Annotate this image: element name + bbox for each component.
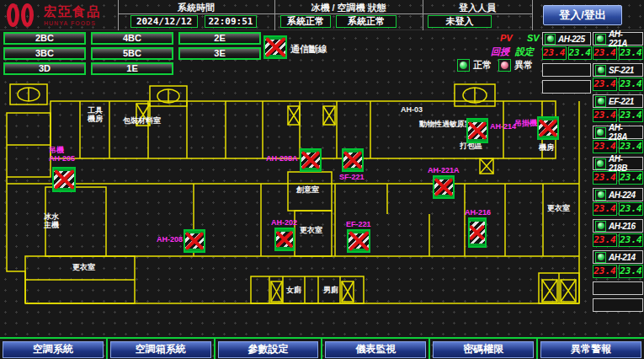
system-date-value: 2024/12/12 bbox=[130, 15, 198, 28]
ahu-comm-loss-icon-SF-221[interactable] bbox=[342, 148, 364, 172]
nav-button-0[interactable]: 空調系統 bbox=[3, 341, 104, 358]
unit-pv-value: 23.4 bbox=[593, 265, 617, 278]
nav-cell: 密碼權限 bbox=[430, 339, 538, 359]
company-logo: 宏亞食品 HUNYA FOODS bbox=[5, 3, 101, 28]
unit-status-lamp-icon bbox=[595, 221, 606, 232]
bottom-nav: 空調系統空調箱系統參數設定儀表監視密碼權限異常警報 bbox=[0, 337, 644, 359]
unit-pv-value: 23.4 bbox=[593, 171, 617, 185]
nav-cell: 異常警報 bbox=[538, 339, 644, 359]
empty-unit-slot bbox=[593, 281, 643, 295]
unit-name-button[interactable]: AH-218B bbox=[593, 157, 643, 170]
unit-status-lamp-icon bbox=[595, 190, 606, 201]
unit-name-button[interactable]: AH-214 bbox=[593, 250, 643, 264]
room-label: 機房 bbox=[539, 143, 554, 152]
room-label: 男廁 bbox=[323, 286, 338, 294]
sv-cn-label: 設定 bbox=[515, 46, 534, 58]
room-label: 冰水 主機 bbox=[44, 212, 59, 230]
unit-sv-value: 23.4 bbox=[619, 140, 643, 153]
nav-button-2[interactable]: 參數設定 bbox=[218, 341, 319, 358]
room-label: 創意室 bbox=[296, 185, 319, 194]
nav-button-5[interactable]: 異常警報 bbox=[540, 341, 641, 358]
unit-AH-218B: AH-218B23.423.4 bbox=[593, 157, 643, 185]
nav-button-3[interactable]: 儀表監視 bbox=[325, 341, 426, 358]
unit-status-lamp-icon bbox=[595, 96, 606, 107]
unit-name-button[interactable]: AH-216 bbox=[593, 219, 643, 233]
login-person-label: 登入人員 bbox=[423, 2, 532, 14]
unit-status-lamp-icon bbox=[595, 65, 606, 76]
unit-name-button[interactable]: AH-225 bbox=[542, 32, 591, 46]
hmi-screen: 宏亞食品 HUNYA FOODS 系統時間 2024/12/12 22:09:5… bbox=[0, 0, 644, 359]
unit-col-left: AH-22523.423.4 bbox=[542, 32, 591, 94]
unit-AH-214: AH-21423.423.4 bbox=[593, 250, 643, 278]
ahu-comm-loss-icon-AH-214[interactable] bbox=[466, 118, 488, 143]
ahu-label: SF-221 bbox=[339, 174, 365, 182]
room-label: AH-03 bbox=[401, 105, 423, 114]
ahu-label: 吊機 AH-205 bbox=[49, 147, 75, 163]
logo-icon bbox=[5, 3, 39, 28]
nav-cell: 儀表監視 bbox=[322, 339, 430, 359]
unit-sv-value: 23.4 bbox=[619, 78, 643, 91]
unit-SF-221: SF-22123.423.4 bbox=[593, 63, 643, 91]
normal-lamp-icon bbox=[457, 59, 470, 72]
nav-button-4[interactable]: 密碼權限 bbox=[433, 341, 534, 358]
ahu-label: AH-202 bbox=[271, 219, 297, 228]
nav-cell: 空調系統 bbox=[0, 339, 108, 359]
ahu-comm-loss-icon-AH-208A[interactable] bbox=[300, 148, 322, 172]
unit-status-lamp-icon bbox=[595, 127, 606, 138]
login-logout-button[interactable]: 登入/登出 bbox=[543, 5, 622, 25]
floor-button-3d[interactable]: 3D bbox=[3, 62, 86, 75]
ahu-label: AH-214 bbox=[490, 123, 516, 131]
unit-pv-value: 23.4 bbox=[542, 46, 567, 60]
unit-pv-value: 23.4 bbox=[593, 109, 617, 122]
floor-button-3e[interactable]: 3E bbox=[178, 47, 261, 60]
ahu-comm-loss-icon-EF-221[interactable] bbox=[347, 229, 370, 253]
unit-sv-value: 23.4 bbox=[619, 46, 643, 60]
unit-AH-221A: AH-221A23.423.4 bbox=[593, 32, 643, 60]
unit-status-lamp-icon bbox=[595, 34, 606, 45]
floor-button-5bc[interactable]: 5BC bbox=[91, 47, 173, 60]
system-time-label: 系統時間 bbox=[118, 2, 274, 14]
nav-button-1[interactable]: 空調箱系統 bbox=[110, 341, 211, 358]
unit-status-lamp-icon bbox=[595, 252, 606, 263]
unit-name-button[interactable]: AH-224 bbox=[593, 188, 643, 201]
ahu-comm-loss-icon-AH-208[interactable] bbox=[184, 229, 205, 253]
unit-AH-224: AH-22423.423.4 bbox=[593, 188, 643, 216]
logo-title: 宏亞食品 bbox=[44, 5, 101, 18]
floor-button-1e[interactable]: 1E bbox=[91, 62, 173, 75]
unit-name-label: EF-221 bbox=[609, 97, 634, 106]
room-label: 更衣室 bbox=[300, 226, 322, 234]
ahu-label: EF-221 bbox=[346, 221, 371, 229]
unit-EF-221: EF-22123.423.4 bbox=[593, 94, 643, 122]
ahu-comm-loss-icon-AH-221A[interactable] bbox=[433, 175, 455, 199]
floor-button-2e[interactable]: 2E bbox=[178, 32, 261, 45]
unit-sv-value: 23.4 bbox=[619, 171, 643, 185]
unit-sv-value: 23.4 bbox=[619, 202, 643, 216]
unit-AH-225: AH-22523.423.4 bbox=[542, 32, 591, 60]
nav-cell: 參數設定 bbox=[216, 339, 323, 359]
unit-name-button[interactable]: AH-221A bbox=[593, 32, 643, 46]
unit-pv-value: 23.4 bbox=[593, 46, 617, 60]
floor-button-3bc[interactable]: 3BC bbox=[3, 47, 86, 60]
ahu-label: AH-216 bbox=[465, 209, 491, 217]
floor-button-4bc[interactable]: 4BC bbox=[91, 32, 173, 45]
shaft-icons bbox=[136, 104, 576, 302]
room-label: 動物性過敏原室 bbox=[419, 120, 472, 128]
ahu-comm-loss-icon-AH-216[interactable] bbox=[468, 217, 487, 248]
machine-status-label: 冰機 / 空調機 狀態 bbox=[274, 2, 423, 14]
ahu-comm-loss-icon-吊掛機[interactable] bbox=[537, 116, 559, 140]
floor-button-2bc[interactable]: 2BC bbox=[3, 32, 86, 45]
unit-AH-218A: AH-218A23.423.4 bbox=[593, 126, 643, 153]
comm-loss-legend-icon bbox=[263, 35, 287, 59]
ahu-label: AH-208A bbox=[266, 155, 298, 163]
empty-unit-slot bbox=[542, 80, 591, 94]
unit-pv-value: 23.4 bbox=[593, 78, 617, 91]
unit-name-button[interactable]: SF-221 bbox=[593, 63, 643, 77]
unit-name-button[interactable]: AH-218A bbox=[593, 126, 643, 139]
ahu-comm-loss-icon-AH-202[interactable] bbox=[274, 228, 295, 251]
ahu-comm-loss-icon-吊機-AH-205[interactable] bbox=[52, 167, 76, 192]
room-label: 工具 機房 bbox=[88, 106, 103, 124]
unit-name-label: AH-225 bbox=[558, 35, 584, 44]
unit-name-button[interactable]: EF-221 bbox=[593, 94, 643, 108]
unit-status-lamp-icon bbox=[595, 158, 606, 169]
room-label: 更衣室 bbox=[547, 204, 570, 212]
